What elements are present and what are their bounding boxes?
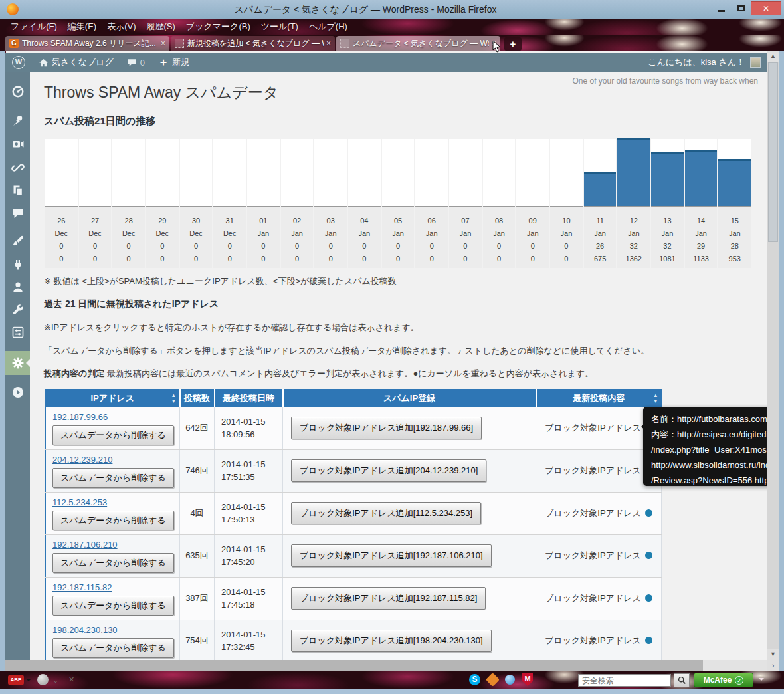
sort-icon[interactable]: ▴▾: [172, 392, 175, 404]
add-block-ip-button[interactable]: ブロック対象IPアドレス追加[198.204.230.130]: [291, 630, 492, 652]
add-block-ip-button[interactable]: ブロック対象IPアドレス追加[192.187.115.82]: [291, 587, 486, 610]
sort-icon[interactable]: ▴▾: [654, 392, 657, 404]
horizontal-scrollbar[interactable]: ›: [5, 660, 779, 671]
latest-content-dot[interactable]: [645, 637, 652, 644]
latest-content-dot[interactable]: [645, 509, 652, 517]
mcafee-shield-icon[interactable]: M: [522, 673, 533, 686]
chart-column-label: 07Jan00: [449, 207, 482, 268]
ip-address-link[interactable]: 198.204.230.130: [52, 625, 118, 635]
horizontal-scroll-thumb[interactable]: [5, 660, 703, 671]
column-header-4[interactable]: 最新投稿内容▴▾: [536, 390, 662, 407]
maximize-button[interactable]: [731, 1, 751, 15]
menu-item-6[interactable]: ヘルプ(H): [304, 19, 353, 35]
chart-bar-area: [415, 139, 448, 207]
ip-address-link[interactable]: 192.187.115.82: [52, 582, 112, 592]
web-status-caret[interactable]: ⌄: [53, 677, 58, 684]
dashboard-icon: [11, 85, 25, 98]
ip-address-link[interactable]: 112.5.234.253: [52, 497, 107, 507]
post-count-cell: 4回: [180, 492, 215, 534]
sidebar-item-appearance[interactable]: [5, 230, 30, 253]
web-status-icon[interactable]: [37, 674, 49, 685]
browser-tab-0[interactable]: GThrows SPAM Away 2.6 リリース記...×: [5, 36, 169, 51]
delete-spam-data-button[interactable]: スパムデータから削除する: [52, 511, 174, 530]
sidebar-item-collapse[interactable]: [5, 381, 30, 404]
delete-spam-data-button[interactable]: スパムデータから削除する: [52, 553, 174, 573]
browser-tab-1[interactable]: 新規投稿を追加 < 気さくなブログ — W...×: [171, 36, 335, 51]
sidebar-item-comments[interactable]: [5, 202, 30, 225]
comments-menu[interactable]: 0: [120, 53, 151, 72]
latest-content-dot[interactable]: [645, 552, 652, 559]
siteadvisor-icon[interactable]: [486, 673, 500, 687]
page-title: Throws SPAM Away スパムデータ: [44, 82, 278, 103]
delete-spam-data-button[interactable]: スパムデータから削除する: [52, 468, 174, 488]
sidebar-item-media[interactable]: [5, 133, 30, 156]
addon-bar-close-icon[interactable]: ✕: [68, 675, 74, 684]
skype-icon[interactable]: S: [469, 674, 480, 685]
ip-address-link[interactable]: 204.12.239.210: [52, 455, 112, 465]
browser-tab-2[interactable]: スパムデータ < 気さくなブログ — WordP...×: [336, 36, 500, 51]
column-header-3: スパムIP登録: [283, 390, 536, 407]
close-button[interactable]: ✕: [751, 1, 781, 15]
sidebar-item-links[interactable]: [5, 156, 30, 179]
sidebar-item-users[interactable]: [5, 276, 30, 298]
chart-column-29-Dec: 29Dec00: [146, 139, 179, 268]
add-block-ip-button[interactable]: ブロック対象IPアドレス追加[192.187.106.210]: [291, 544, 492, 567]
ip-address-link[interactable]: 192.187.106.210: [52, 540, 118, 550]
post-count-cell: 635回: [180, 534, 215, 577]
menu-item-3[interactable]: 履歴(S): [142, 19, 181, 35]
menu-item-4[interactable]: ブックマーク(B): [181, 19, 256, 35]
delete-spam-data-button[interactable]: スパムデータから削除する: [52, 596, 174, 616]
tab-close-icon[interactable]: ×: [326, 39, 331, 48]
menu-item-2[interactable]: 表示(V): [102, 19, 141, 35]
sidebar-item-tsa-settings[interactable]: [5, 351, 30, 375]
menu-item-5[interactable]: ツール(T): [256, 19, 304, 35]
user-avatar[interactable]: [750, 57, 761, 68]
latest-content-dot[interactable]: [645, 594, 652, 602]
scroll-down-button[interactable]: ▼: [767, 649, 779, 660]
add-block-ip-button[interactable]: ブロック対象IPアドレス追加[192.187.99.66]: [291, 417, 482, 439]
delete-spam-data-button[interactable]: スパムデータから削除する: [52, 638, 174, 658]
scroll-up-button[interactable]: ▲: [767, 51, 779, 62]
add-block-ip-button[interactable]: ブロック対象IPアドレス追加[112.5.234.253]: [291, 502, 481, 524]
vertical-scrollbar[interactable]: ▲ ▼: [767, 51, 779, 660]
sidebar-item-dashboard[interactable]: [5, 80, 30, 103]
collapse-icon: [11, 386, 25, 399]
comment-icon: [127, 58, 137, 68]
security-status-icon[interactable]: [505, 675, 515, 685]
chart-bar-area: [685, 139, 718, 207]
new-content-menu[interactable]: ＋ 新規: [151, 53, 196, 72]
spam-trend-chart: 26Dec0027Dec0028Dec0029Dec0030Dec0031Dec…: [45, 139, 751, 268]
adblock-dropdown-caret[interactable]: [26, 679, 31, 684]
site-link[interactable]: 気さくなブログ: [32, 53, 120, 72]
greeting-text[interactable]: こんにちは、kisa さん！: [648, 57, 745, 68]
add-block-ip-button[interactable]: ブロック対象IPアドレス追加[204.12.239.210]: [291, 459, 486, 482]
ip-address-link[interactable]: 192.187.99.66: [52, 412, 108, 422]
window-border-right: [779, 51, 784, 671]
sidebar-item-tools[interactable]: [5, 298, 30, 321]
tab-close-icon[interactable]: ×: [161, 39, 165, 48]
scroll-right-button[interactable]: ›: [767, 660, 779, 671]
wp-logo-menu[interactable]: W: [5, 53, 32, 72]
spam-ip-table: IPアドレス▴▾投稿数最終投稿日時スパムIP登録最新投稿内容▴▾ 192.187…: [45, 389, 662, 660]
menu-item-0[interactable]: ファイル(F): [5, 19, 62, 35]
firefox-icon[interactable]: [7, 3, 19, 15]
column-header-0[interactable]: IPアドレス▴▾: [46, 390, 180, 407]
block-target-label: ブロック対象IPアドレス: [545, 550, 641, 560]
sidebar-item-posts[interactable]: [5, 110, 30, 132]
sidebar-item-settings[interactable]: [5, 321, 30, 344]
delete-spam-data-button[interactable]: スパムデータから削除する: [52, 425, 174, 445]
mcafee-button[interactable]: McAfee ✓: [694, 673, 753, 687]
search-button[interactable]: [674, 673, 690, 687]
sidebar-item-plugins[interactable]: [5, 254, 30, 277]
mcafee-dropdown-caret[interactable]: [759, 678, 764, 683]
adblock-plus-icon[interactable]: ABP: [8, 675, 24, 685]
new-tab-button[interactable]: +: [504, 37, 522, 51]
vertical-scroll-thumb[interactable]: [768, 62, 778, 242]
chart-column-27-Dec: 27Dec00: [79, 139, 112, 268]
last-post-datetime-cell: 2014-01-1517:45:20: [215, 534, 283, 577]
menu-item-1[interactable]: 編集(E): [62, 19, 102, 35]
chart-column-label: 03Jan00: [314, 207, 347, 268]
sidebar-item-pages[interactable]: [5, 179, 30, 202]
minimize-button[interactable]: [711, 1, 731, 15]
safe-search-input[interactable]: [578, 674, 671, 687]
